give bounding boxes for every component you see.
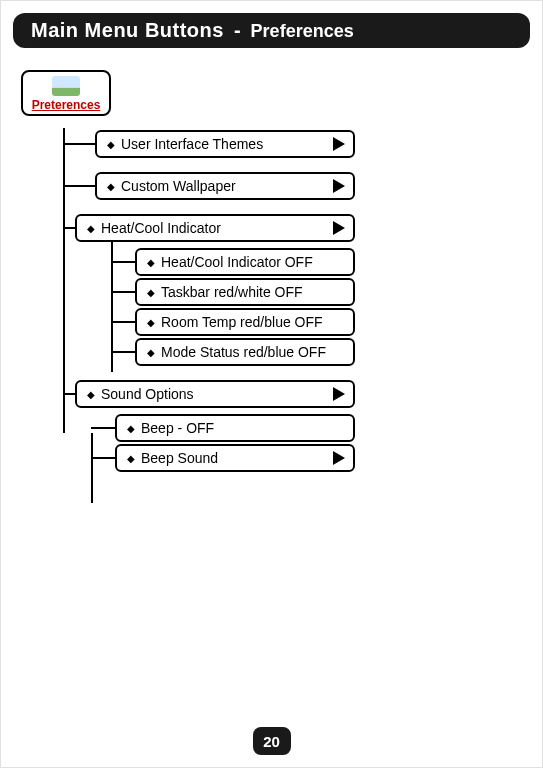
- menu-item-label: Beep Sound: [141, 450, 218, 466]
- menu-item-label: Beep - OFF: [141, 420, 214, 436]
- tree-connector: [91, 457, 115, 459]
- menu-item-custom-wallpaper: ◆ Custom Wallpaper: [95, 172, 355, 200]
- bullet-icon: ◆: [127, 423, 135, 434]
- menu-item-mode-status-off: ◆ Mode Status red/blue OFF: [135, 338, 355, 366]
- menu-item-label: Taskbar red/white OFF: [161, 284, 303, 300]
- bullet-icon: ◆: [147, 257, 155, 268]
- menu-tree: Preterences ◆ User Interface Themes ◆ Cu…: [1, 70, 542, 472]
- header-title: Main Menu Buttons: [31, 19, 224, 42]
- chevron-right-icon: [333, 137, 345, 151]
- bullet-icon: ◆: [107, 139, 115, 150]
- tree-connector: [111, 321, 135, 323]
- bullet-icon: ◆: [87, 389, 95, 400]
- tree-connector: [63, 227, 75, 229]
- tree-connector: [91, 427, 115, 429]
- bullet-icon: ◆: [147, 347, 155, 358]
- chevron-right-icon: [333, 179, 345, 193]
- menu-item-ui-themes: ◆ User Interface Themes: [95, 130, 355, 158]
- menu-item-label: Heat/Cool Indicator OFF: [161, 254, 313, 270]
- bullet-icon: ◆: [127, 453, 135, 464]
- menu-item-room-temp-off: ◆ Room Temp red/blue OFF: [135, 308, 355, 336]
- chevron-right-icon: [333, 221, 345, 235]
- root-label: Preterences: [27, 98, 105, 112]
- chevron-right-icon: [333, 451, 345, 465]
- menu-item-label: Room Temp red/blue OFF: [161, 314, 323, 330]
- tree-connector: [63, 143, 95, 145]
- menu-item-sound-options: ◆ Sound Options: [75, 380, 355, 408]
- page-header: Main Menu Buttons - Preferences: [13, 13, 530, 48]
- page-number: 20: [263, 733, 280, 750]
- menu-item-label: Custom Wallpaper: [121, 178, 236, 194]
- menu-item-label: Mode Status red/blue OFF: [161, 344, 326, 360]
- root-node-preferences: Preterences: [21, 70, 111, 116]
- tree-connector: [111, 291, 135, 293]
- menu-item-label: Sound Options: [101, 386, 194, 402]
- bullet-icon: ◆: [147, 287, 155, 298]
- tree-connector: [111, 261, 135, 263]
- menu-item-beep-sound: ◆ Beep Sound: [115, 444, 355, 472]
- menu-item-hc-indicator-off: ◆ Heat/Cool Indicator OFF: [135, 248, 355, 276]
- tree-connector: [63, 185, 95, 187]
- bullet-icon: ◆: [107, 181, 115, 192]
- menu-item-label: Heat/Cool Indicator: [101, 220, 221, 236]
- menu-item-beep-off: ◆ Beep - OFF: [115, 414, 355, 442]
- preferences-icon: [52, 76, 80, 96]
- bullet-icon: ◆: [87, 223, 95, 234]
- menu-item-heat-cool-indicator: ◆ Heat/Cool Indicator: [75, 214, 355, 242]
- page-number-badge: 20: [253, 727, 291, 755]
- menu-item-taskbar-off: ◆ Taskbar red/white OFF: [135, 278, 355, 306]
- chevron-right-icon: [333, 387, 345, 401]
- bullet-icon: ◆: [147, 317, 155, 328]
- tree-connector: [111, 351, 135, 353]
- tree-subtrunk-sound: [91, 433, 93, 503]
- header-separator: -: [234, 19, 241, 42]
- header-subtitle: Preferences: [251, 21, 354, 42]
- tree-trunk: [63, 128, 65, 433]
- tree-connector: [63, 393, 75, 395]
- menu-item-label: User Interface Themes: [121, 136, 263, 152]
